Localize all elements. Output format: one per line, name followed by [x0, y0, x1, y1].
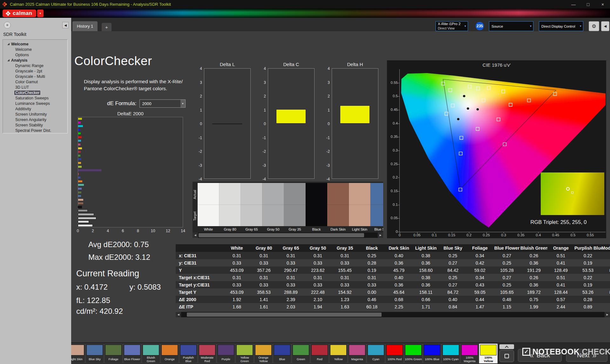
swatch-color — [306, 183, 327, 226]
patch-button-blue[interactable]: Blue — [273, 344, 291, 363]
patch-button-orange[interactable]: Orange — [160, 344, 179, 363]
patch-button-cyan[interactable]: Cyan — [367, 344, 385, 363]
patch-button-100-yellow[interactable]: 100% Yellow — [479, 344, 498, 363]
sidebar-item-screen-stability[interactable]: Screen Stability — [3, 122, 67, 128]
strip-swatch-blue-sky[interactable]: Blue Sky — [370, 183, 383, 233]
deltae-bar-row — [78, 166, 183, 168]
strip-swatch-light-skin[interactable]: Light Skin — [349, 183, 370, 233]
sidebar-item-colorchecker[interactable]: ColorChecker — [3, 90, 67, 95]
source-select[interactable]: Source ▼ — [489, 21, 533, 31]
patch-button-100-blue[interactable]: 100% Blue — [423, 344, 441, 363]
tab-history-1[interactable]: History 1 — [72, 21, 98, 31]
strip-swatch-gray-35[interactable]: Gray 35 — [284, 183, 306, 233]
table-cell: 0.40 — [385, 275, 412, 280]
patch-label: Orange — [161, 356, 179, 363]
swatch-strip-scrollbar[interactable]: ◀ ▶ — [193, 233, 383, 238]
scrollbar-track[interactable] — [198, 233, 378, 238]
deltae-bar-row — [78, 221, 183, 223]
table-cell: 0.33 — [304, 260, 331, 266]
patch-color — [161, 345, 178, 355]
sidebar-item-color-gamut[interactable]: Color Gamut — [3, 79, 67, 84]
tree-group-welcome[interactable]: Welcome — [3, 41, 67, 47]
scrollbar-thumb[interactable] — [187, 313, 382, 317]
patch-button-yellow[interactable]: Yellow — [329, 344, 348, 363]
strip-swatch-gray-80[interactable]: Gray 80 — [219, 183, 241, 233]
patch-color — [105, 345, 122, 355]
stop-button[interactable] — [499, 350, 514, 362]
sidebar-item-options[interactable]: Options — [3, 52, 67, 57]
table-row: Target Y453.09358.53288.89222.48154.920.… — [176, 288, 610, 296]
patch-button-magenta[interactable]: Magenta — [348, 344, 366, 363]
sidebar-info-button[interactable] — [4, 22, 11, 29]
sidebar-item-luminance-sweeps[interactable]: Luminance Sweeps — [3, 101, 67, 106]
minimize-button[interactable]: — — [566, 0, 581, 9]
sidebar-item-welcome[interactable]: Welcome — [3, 47, 67, 52]
patch-button-green[interactable]: Green — [292, 344, 310, 363]
sidebar-item-label: ColorChecker — [14, 91, 40, 95]
patch-button-100-magenta[interactable]: 100% Magenta — [460, 344, 479, 363]
patch-button-blue-flower[interactable]: Blue Flower — [123, 344, 141, 363]
calman-logo[interactable]: calman ▼ — [3, 10, 44, 17]
sidebar-item-3d-lut[interactable]: 3D LUT — [3, 84, 67, 90]
sidebar-collapse-button[interactable]: ◀ — [62, 22, 69, 28]
strip-swatch-gray-50[interactable]: Gray 50 — [262, 183, 284, 233]
strip-swatch-gray-65[interactable]: Gray 65 — [241, 183, 262, 233]
strip-swatch-black[interactable]: Black — [306, 183, 327, 233]
expand-patches-button[interactable] — [499, 344, 514, 349]
meter-select-labels: X-Rite i1Pro 2 Direct View — [436, 22, 463, 30]
patch-button-blue-sky[interactable]: Blue Sky — [85, 344, 104, 363]
patch-button-100-red[interactable]: 100% Red — [385, 344, 404, 363]
collapse-panel-button[interactable]: ◀ — [601, 21, 609, 31]
patch-button-purple[interactable]: Purple — [217, 344, 235, 363]
scroll-right-button[interactable]: ▶ — [378, 233, 383, 238]
sidebar-item-dynamic-range[interactable]: Dynamic Range — [3, 63, 67, 68]
patch-color — [86, 345, 103, 355]
sidebar-item-grayscale-multi[interactable]: Grayscale - Multi — [3, 74, 67, 79]
patch-button-100-green[interactable]: 100% Green — [404, 344, 423, 363]
close-button[interactable]: × — [595, 0, 610, 9]
table-cell: 0.41 — [547, 260, 574, 266]
tick-mark — [398, 232, 399, 232]
strip-swatch-dark-skin[interactable]: Dark Skin — [327, 183, 349, 233]
logo-menu-button[interactable]: ▼ — [37, 10, 44, 17]
deltae-bar-row — [78, 195, 183, 197]
de-formula-select[interactable]: 2000 ▼ — [139, 99, 186, 108]
patch-button-orange-yellow[interactable]: Orange Yellow — [254, 344, 273, 363]
table-cell: 0.68 — [385, 297, 412, 302]
patch-button-light-skin[interactable]: Light Skin — [71, 344, 85, 363]
swatch-color — [241, 183, 262, 226]
patch-button-foliage[interactable]: Foliage — [104, 344, 123, 363]
sidebar-item-screen-angularity[interactable]: Screen Angularity — [3, 117, 67, 122]
patch-button-moderate-red[interactable]: Moderate Red — [198, 344, 216, 363]
tree-group-analysis[interactable]: Analysis — [3, 57, 67, 63]
patch-button-yellow-green[interactable]: Yellow Green — [235, 344, 254, 363]
patch-button-red[interactable]: Red — [310, 344, 329, 363]
meter-count-badge[interactable]: 235 — [476, 22, 484, 30]
scrollbar-thumb[interactable] — [199, 233, 364, 237]
sidebar-item-grayscale-2pt[interactable]: Grayscale - 2pt — [3, 68, 67, 74]
patch-button-100-cyan[interactable]: 100% Cyan — [442, 344, 460, 363]
patch-button-bluish-green[interactable]: Bluish Green — [142, 344, 160, 363]
maximize-button[interactable]: □ — [581, 0, 595, 9]
table-scrollbar[interactable]: ◀ ▶ — [176, 312, 610, 317]
deltae-bar-red — [78, 151, 81, 153]
scroll-left-button[interactable]: ◀ — [176, 312, 181, 317]
meter-select[interactable]: X-Rite i1Pro 2 Direct View ▼ — [436, 21, 468, 31]
scroll-right-button[interactable]: ▶ — [605, 312, 610, 317]
scrollbar-track[interactable] — [181, 312, 605, 317]
calman-logo-pill[interactable]: calman — [3, 10, 36, 17]
sidebar-item-spectral-power-dist[interactable]: Spectral Power Dist. — [3, 128, 67, 133]
table-cell: 0.31 — [223, 275, 250, 280]
sidebar-item-screen-uniformity[interactable]: Screen Uniformity — [3, 111, 67, 117]
sidebar-item-additivity[interactable]: Additivity — [3, 106, 67, 111]
sidebar-item-saturation-sweeps[interactable]: Saturation Sweeps — [3, 95, 67, 101]
scroll-left-button[interactable]: ◀ — [193, 233, 198, 238]
add-tab-button[interactable]: + — [102, 23, 112, 31]
display-control-select[interactable]: Direct Display Control ▼ — [539, 21, 583, 31]
patch-button-purplish-blue[interactable]: Purplish Blue — [179, 344, 198, 363]
table-row: ΔE 20001.921.412.392.101.230.460.680.660… — [176, 296, 610, 303]
axis-tick-label: -2 — [262, 149, 266, 154]
deltae-bar-orange — [78, 180, 82, 182]
strip-swatch-white[interactable]: White — [198, 183, 219, 233]
settings-button[interactable]: ⚙ — [589, 21, 599, 31]
